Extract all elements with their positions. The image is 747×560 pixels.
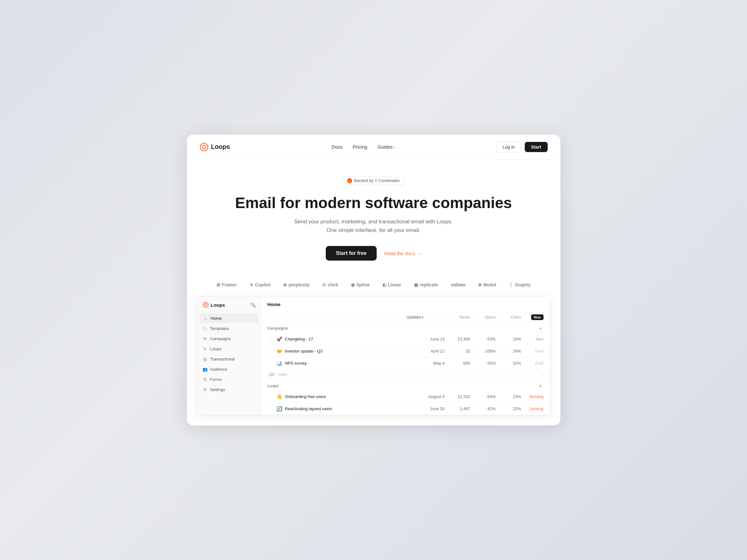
logo-replicate: ▣replicate — [414, 282, 438, 287]
campaigns-icon: ✉ — [203, 336, 208, 341]
transactional-icon: ▤ — [203, 356, 208, 362]
hero-title: Email for modern software companies — [200, 194, 548, 212]
col-clicks: Clicks — [496, 315, 521, 319]
new-badge: New — [531, 314, 543, 320]
home-icon: ⌂ — [203, 316, 208, 321]
main-card: Loops Docs Pricing Guides › Log in Start… — [187, 135, 560, 426]
row-clicks: 24% — [496, 349, 521, 353]
yc-dot-icon — [347, 178, 352, 183]
loops-logo-icon — [200, 142, 209, 152]
sidebar-item-home[interactable]: ⌂ Home — [200, 313, 258, 323]
navigation: Loops Docs Pricing Guides › Log in Start — [187, 135, 560, 160]
sidebar-logo: Loops — [203, 302, 225, 308]
sidebar-item-transactional[interactable]: ▤ Transactional — [198, 354, 261, 364]
col-opens: Opens — [470, 315, 496, 319]
table-row[interactable]: ⋮ 🚀 Changelog - 17 June 13 23,306 63% 16… — [261, 333, 550, 345]
logo-graphy: ⋮Graphy — [509, 282, 531, 287]
row-sends: 32 — [445, 349, 470, 353]
loops-section-label: Loops + — [261, 380, 550, 391]
sidebar-item-settings[interactable]: ⚙ Settings — [198, 384, 261, 395]
row-clicks: 23% — [496, 394, 521, 399]
main-content: Home Updated ▾ Sends Opens Clicks New Ca… — [261, 297, 550, 415]
sidebar-item-forms[interactable]: ☰ Forms — [198, 374, 261, 384]
row-sends: 1,487 — [445, 406, 470, 411]
sidebar-item-templates[interactable]: ◻ Templates — [198, 323, 261, 334]
nav-logo[interactable]: Loops — [200, 142, 230, 152]
campaigns-section-label: Campaigns + — [261, 322, 550, 333]
logo-clerk: ⊙clerk — [322, 282, 338, 287]
hero-section: Backed by Y Combinator Email for modern … — [187, 160, 560, 274]
more-count-badge: 12 — [267, 372, 276, 377]
col-updated[interactable]: Updated ▾ — [407, 315, 445, 319]
logo-linear: ◐Linear — [382, 282, 401, 287]
nav-links: Docs Pricing Guides › — [332, 144, 395, 150]
row-updated: June 13 — [407, 337, 445, 341]
more-row[interactable]: 12 more › — [261, 369, 550, 380]
login-button[interactable]: Log in — [496, 141, 521, 153]
svg-point-5 — [205, 304, 206, 305]
loops-icon: ↻ — [203, 346, 208, 351]
chevron-right-icon: › — [542, 372, 543, 377]
logo-framer: ⊞Framer — [216, 282, 237, 287]
sidebar: Loops 🔍 ⌂ Home ◻ Templates ✉ Campaigns — [198, 297, 261, 415]
row-opens: 42% — [470, 406, 496, 411]
row-updated: April 12 — [407, 349, 445, 353]
hero-actions: Start for free Read the docs → — [200, 246, 548, 261]
nav-guides[interactable]: Guides › — [377, 144, 395, 150]
row-updated: May 4 — [407, 361, 445, 366]
row-name-investor: ⋮ 🤝 Investor update - Q3 — [267, 348, 407, 354]
row-clicks: 22% — [496, 406, 521, 411]
row-emoji: 📊 — [276, 361, 282, 366]
row-sends: 600 — [445, 361, 470, 366]
read-docs-link[interactable]: Read the docs → — [384, 251, 421, 256]
table-row[interactable]: ⋮ 📊 NPS survey May 4 600 55% 32% Draft — [261, 357, 550, 369]
row-status: Sending — [521, 407, 543, 411]
row-clicks: 32% — [496, 361, 521, 366]
app-mockup: Loops 🔍 ⌂ Home ◻ Templates ✉ Campaigns — [197, 296, 550, 415]
templates-icon: ◻ — [203, 326, 208, 331]
row-updated: August 4 — [407, 394, 445, 399]
yc-badge: Backed by Y Combinator — [342, 176, 404, 185]
hero-subtitle: Send your product, marketing, and transa… — [200, 217, 548, 235]
row-opens: 64% — [470, 394, 496, 399]
loops-add-button[interactable]: + — [538, 383, 543, 389]
nav-actions: Log in Start — [496, 141, 547, 153]
logo-modal: ⊗Modal — [478, 282, 496, 287]
col-name — [267, 315, 407, 319]
logo-spline: ◉Spline — [351, 282, 370, 287]
start-button[interactable]: Start — [525, 142, 548, 152]
row-name-changelog: ⋮ 🚀 Changelog - 17 — [267, 336, 407, 342]
nav-pricing[interactable]: Pricing — [353, 144, 367, 150]
row-sends: 12,332 — [445, 394, 470, 399]
col-sends: Sends — [445, 315, 470, 319]
sidebar-search-icon[interactable]: 🔍 — [250, 302, 256, 308]
page-title: Home — [267, 302, 281, 307]
sidebar-item-audience[interactable]: 👥 Audience — [198, 364, 261, 374]
audience-icon: 👥 — [203, 367, 208, 372]
row-status: Draft — [521, 361, 543, 366]
row-emoji: 👋 — [276, 394, 282, 400]
main-header: Home — [261, 297, 550, 313]
start-for-free-button[interactable]: Start for free — [326, 246, 377, 261]
campaigns-add-button[interactable]: + — [538, 325, 543, 331]
table-row[interactable]: ⋮ 👋 Onboarding free users August 4 12,33… — [261, 391, 550, 403]
sidebar-header: Loops 🔍 — [198, 302, 261, 313]
row-sends: 23,306 — [445, 337, 470, 341]
forms-icon: ☰ — [203, 377, 208, 382]
chevron-down-icon: › — [394, 145, 395, 149]
nav-docs[interactable]: Docs — [332, 144, 342, 150]
drag-handle-icon: ⋮ — [267, 336, 273, 342]
more-label: more — [279, 372, 287, 377]
sidebar-logo-icon — [203, 302, 209, 308]
svg-point-2 — [204, 146, 205, 148]
table-row[interactable]: ⋮ 🔄 Reactivating lapsed users June 20 1,… — [261, 403, 550, 415]
row-emoji: 🚀 — [276, 336, 282, 342]
table-header: Updated ▾ Sends Opens Clicks New — [261, 313, 550, 322]
table-row[interactable]: ⋮ 🤝 Investor update - Q3 April 12 32 100… — [261, 345, 550, 357]
logos-row: ⊞Framer ✈Copilot ⊕perplexity ⊙clerk ◉Spl… — [187, 273, 560, 296]
logo-undraw: unDraw — [451, 282, 465, 287]
sidebar-item-campaigns[interactable]: ✉ Campaigns — [198, 334, 261, 344]
sidebar-item-loops[interactable]: ↻ Loops — [198, 344, 261, 354]
row-name-reactivating: ⋮ 🔄 Reactivating lapsed users — [267, 406, 407, 412]
row-opens: 55% — [470, 361, 496, 366]
